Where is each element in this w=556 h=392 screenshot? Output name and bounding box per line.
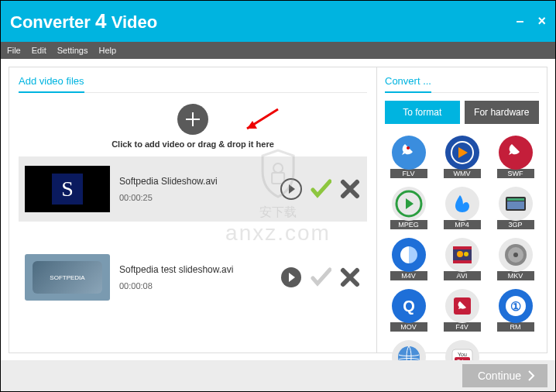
svg-point-3: [407, 146, 410, 150]
format-wmv[interactable]: WMV: [438, 135, 486, 178]
video-info: Softpedia test slideshow.avi 00:00:08: [119, 264, 271, 291]
continue-label: Continue: [478, 370, 521, 382]
continue-button[interactable]: Continue: [462, 364, 547, 387]
check-icon[interactable]: [310, 178, 331, 200]
format-grid: FLV WMV SWF MPEG MP4 3GP M4V AVI MKV QMO…: [385, 135, 539, 383]
video-filename: Softpedia test slideshow.avi: [119, 264, 271, 275]
format-swf[interactable]: SWF: [492, 135, 539, 178]
add-video-panel: Add video files Click to add video or dr…: [9, 67, 377, 353]
minimize-button[interactable]: –: [516, 13, 523, 29]
video-actions: [280, 266, 361, 288]
arrow-annotation: [235, 105, 282, 136]
video-thumbnail: SOFTPEDIA: [25, 254, 110, 301]
svg-rect-12: [507, 198, 524, 201]
format-f4v[interactable]: F4V: [438, 288, 486, 332]
svg-point-24: [513, 253, 518, 257]
remove-icon[interactable]: [339, 178, 361, 200]
menubar: File Edit Settings Help: [1, 42, 555, 59]
format-rm[interactable]: ①RM: [492, 288, 539, 332]
svg-point-19: [457, 251, 463, 257]
title-num: 4: [95, 9, 106, 33]
video-actions: [280, 178, 361, 200]
remove-icon[interactable]: [339, 266, 361, 288]
svg-text:You: You: [458, 352, 467, 357]
svg-text:①: ①: [510, 300, 521, 313]
plus-icon: [185, 112, 201, 127]
svg-rect-17: [453, 246, 472, 249]
format-avi[interactable]: AVI: [438, 237, 486, 280]
tab-for-hardware[interactable]: For hardware: [465, 101, 540, 124]
format-3gp[interactable]: 3GP: [492, 186, 539, 229]
add-area[interactable]: Click to add video or drag & drop it her…: [19, 99, 367, 156]
tab-to-format[interactable]: To format: [385, 101, 460, 124]
video-item[interactable]: SOFTPEDIA Softpedia test slideshow.avi 0…: [19, 245, 367, 310]
svg-rect-18: [453, 260, 472, 263]
video-item[interactable]: S Softpedia Slideshow.avi 00:00:25: [19, 156, 367, 222]
video-thumbnail: S: [25, 166, 110, 212]
add-video-button[interactable]: [177, 104, 208, 135]
format-m4v[interactable]: M4V: [385, 237, 432, 280]
format-mov[interactable]: QMOV: [385, 288, 432, 332]
video-duration: 00:00:25: [119, 193, 271, 202]
video-filename: Softpedia Slideshow.avi: [119, 176, 271, 187]
add-hint-text: Click to add video or drag & drop it her…: [19, 139, 367, 149]
format-flv[interactable]: FLV: [385, 135, 432, 178]
play-icon[interactable]: [280, 266, 302, 288]
title-pre: Converter: [10, 12, 91, 32]
video-duration: 00:00:08: [119, 281, 271, 291]
menu-help[interactable]: Help: [98, 46, 116, 55]
chevron-right-icon: [527, 370, 535, 381]
titlebar: Converter 4 Video – ×: [1, 1, 555, 42]
footer: Continue: [1, 360, 555, 391]
spacer: [19, 222, 367, 245]
convert-panel: Convert ... To format For hardware FLV W…: [377, 67, 547, 353]
menu-settings[interactable]: Settings: [57, 46, 88, 55]
main-content: Add video files Click to add video or dr…: [1, 59, 555, 361]
close-button[interactable]: ×: [537, 13, 546, 29]
convert-tabs: To format For hardware: [385, 101, 539, 124]
video-info: Softpedia Slideshow.avi 00:00:25: [119, 176, 271, 202]
convert-title: Convert ...: [385, 75, 431, 93]
svg-text:Q: Q: [403, 297, 415, 315]
menu-edit[interactable]: Edit: [32, 46, 46, 55]
format-mkv[interactable]: MKV: [492, 237, 539, 280]
format-mp4[interactable]: MP4: [438, 186, 486, 229]
check-icon[interactable]: [310, 266, 331, 288]
add-video-title: Add video files: [19, 75, 84, 93]
title-post: Video: [112, 12, 158, 32]
play-icon[interactable]: [280, 178, 302, 200]
svg-point-20: [464, 252, 468, 256]
menu-file[interactable]: File: [7, 46, 21, 55]
app-title: Converter 4 Video: [10, 9, 157, 33]
format-mpeg[interactable]: MPEG: [385, 186, 432, 229]
svg-rect-13: [507, 201, 524, 209]
window-controls: – ×: [516, 13, 546, 29]
